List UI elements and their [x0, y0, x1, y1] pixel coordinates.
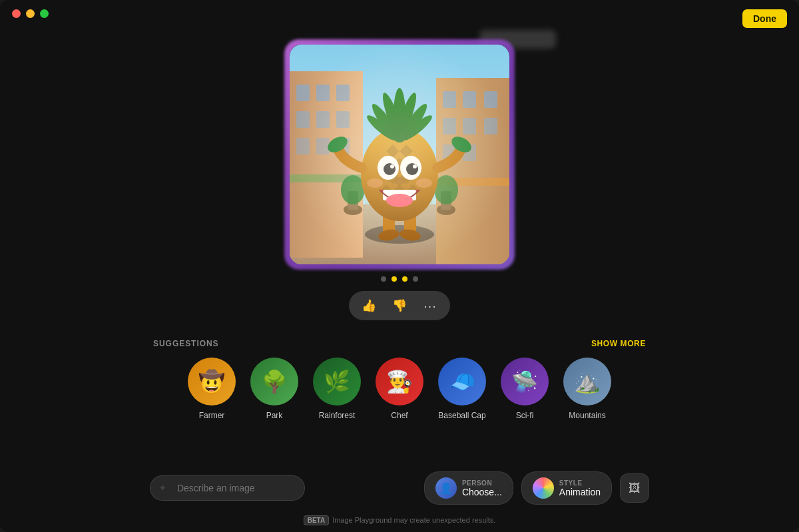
- suggestion-icon-farmer: 🤠: [188, 358, 236, 405]
- suggestion-label-scifi: Sci-fi: [516, 411, 534, 420]
- dot-1[interactable]: [381, 276, 386, 282]
- thumbs-up-button[interactable]: 👍: [360, 296, 378, 315]
- thumbs-down-button[interactable]: 👎: [390, 296, 409, 315]
- image-frame: [290, 45, 509, 264]
- style-label: Animation: [559, 487, 601, 497]
- suggestions-header: SUGGESTIONS SHOW MORE: [153, 339, 646, 348]
- suggestion-label-rainforest: Rainforest: [319, 411, 356, 420]
- person-btn-content: PERSON Choose...: [462, 479, 502, 497]
- image-picker-button[interactable]: 🖼: [620, 473, 649, 503]
- suggestion-mountains[interactable]: ⛰️ Mountains: [563, 358, 611, 420]
- svg-rect-67: [290, 45, 509, 264]
- person-avatar-icon: 👤: [435, 477, 457, 499]
- show-more-button[interactable]: SHOW MORE: [591, 339, 646, 348]
- pineapple-illustration: [290, 45, 509, 264]
- suggestion-icon-mountains: ⛰️: [563, 358, 611, 405]
- maximize-button[interactable]: [40, 9, 49, 18]
- suggestion-icon-park: 🌳: [250, 358, 298, 405]
- action-bar: 👍 👎 ···: [349, 291, 450, 320]
- suggestion-sci-fi[interactable]: 🛸 Sci-fi: [501, 358, 549, 420]
- suggestions-title: SUGGESTIONS: [153, 339, 219, 348]
- style-selector-button[interactable]: STYLE Animation: [521, 471, 612, 505]
- describe-input[interactable]: [150, 475, 305, 501]
- suggestion-baseball-cap[interactable]: 🧢 Baseball Cap: [438, 358, 486, 420]
- beta-bar: BETAImage Playground may create unexpect…: [0, 511, 799, 532]
- suggestions-section: SUGGESTIONS SHOW MORE 🤠 Farmer 🌳 Park 🌿 …: [140, 339, 659, 420]
- suggestion-rainforest[interactable]: 🌿 Rainforest: [313, 358, 361, 420]
- dot-3[interactable]: [402, 276, 407, 282]
- app-window: Done ████████: [0, 0, 799, 532]
- image-container: [290, 45, 509, 264]
- person-sublabel: PERSON: [462, 479, 492, 487]
- person-selector-button[interactable]: 👤 PERSON Choose...: [424, 471, 513, 505]
- style-sublabel: STYLE: [559, 479, 583, 487]
- input-wrapper: ✦: [150, 475, 416, 501]
- suggestion-chef[interactable]: 👨‍🍳 Chef: [376, 358, 423, 420]
- more-options-button[interactable]: ···: [421, 296, 439, 315]
- suggestion-icon-scifi: 🛸: [501, 358, 549, 405]
- person-label: Choose...: [462, 487, 502, 497]
- suggestion-label-farmer: Farmer: [199, 411, 225, 420]
- dot-4[interactable]: [413, 276, 418, 282]
- traffic-lights: [12, 9, 49, 18]
- beta-badge: BETA: [304, 515, 329, 525]
- close-button[interactable]: [12, 9, 21, 18]
- suggestion-farmer[interactable]: 🤠 Farmer: [188, 358, 236, 420]
- style-btn-content: STYLE Animation: [559, 479, 601, 497]
- suggestion-park[interactable]: 🌳 Park: [250, 358, 298, 420]
- suggestion-label-chef: Chef: [391, 411, 407, 420]
- title-bar: Done: [0, 0, 799, 25]
- main-content: ████████: [0, 25, 799, 462]
- suggestion-icon-baseball: 🧢: [438, 358, 486, 405]
- minimize-button[interactable]: [26, 9, 35, 18]
- suggestions-grid: 🤠 Farmer 🌳 Park 🌿 Rainforest 👨‍🍳 Chef: [153, 358, 646, 420]
- style-color-wheel-icon: [533, 477, 554, 499]
- suggestion-label-mountains: Mountains: [569, 411, 605, 420]
- suggestion-label-park: Park: [266, 411, 283, 420]
- suggestion-icon-chef: 👨‍🍳: [376, 358, 423, 405]
- beta-text: Image Playground may create unexpected r…: [332, 516, 495, 524]
- suggestion-label-baseball: Baseball Cap: [438, 411, 485, 420]
- dot-2[interactable]: [392, 276, 397, 282]
- pagination-dots: [381, 276, 418, 282]
- suggestion-icon-rainforest: 🌿: [313, 358, 361, 405]
- bottom-toolbar: ✦ 👤 PERSON Choose... STYLE Animation 🖼: [0, 462, 799, 511]
